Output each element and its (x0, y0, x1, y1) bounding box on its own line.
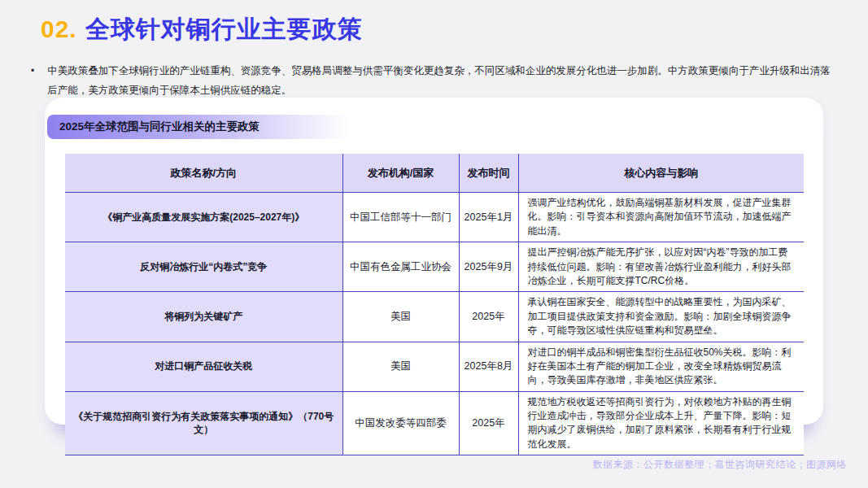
policy-date-cell: 2025年 (459, 292, 518, 342)
slide: 02. 全球针对铜行业主要政策 • 中美政策叠加下全球铜行业的产业链重构、资源竞… (0, 0, 868, 488)
policy-table: 政策名称/方向 发布机构/国家 发布时间 核心内容与影响 《铜产业高质量发展实施… (65, 154, 804, 455)
intro-text: 中美政策叠加下全球铜行业的产业链重构、资源竞争、贸易格局调整与供需平衡变化更趋复… (47, 62, 836, 101)
table-title-badge: 2025年全球范围与同行业相关的主要政策 (47, 115, 365, 139)
policy-org-cell: 美国 (342, 292, 459, 342)
policy-table-body: 《铜产业高质量发展实施方案(2025–2027年)》中国工信部等十一部门2025… (65, 193, 804, 455)
policy-name-cell: 《铜产业高质量发展实施方案(2025–2027年)》 (65, 193, 342, 242)
policy-name-cell: 将铜列为关键矿产 (65, 292, 342, 342)
table-row: 《关于规范招商引资行为有关政策落实事项的通知》（770号文）中国发改委等四部委2… (65, 391, 804, 455)
section-title: 全球针对铜行业主要政策 (85, 13, 363, 46)
table-row: 将铜列为关键矿产美国2025年承认铜在国家安全、能源转型中的战略重要性，为国内采… (65, 292, 804, 342)
policy-date-cell: 2025年1月 (459, 193, 518, 242)
policy-org-cell: 中国发改委等四部委 (342, 391, 459, 455)
policy-name-cell: 反对铜冶炼行业“内卷式”竞争 (65, 242, 342, 292)
bullet-glyph: • (31, 62, 34, 101)
page-title: 02. 全球针对铜行业主要政策 (41, 13, 363, 46)
policy-org-cell: 中国工信部等十一部门 (342, 193, 459, 242)
table-row: 《铜产业高质量发展实施方案(2025–2027年)》中国工信部等十一部门2025… (65, 193, 804, 242)
content-card: 2025年全球范围与同行业相关的主要政策 政策名称/方向 发布机构/国家 发布时… (45, 98, 823, 425)
policy-date-cell: 2025年9月 (459, 242, 518, 292)
policy-org-cell: 美国 (342, 342, 459, 391)
policy-impact-cell: 提出严控铜冶炼产能无序扩张，以应对因“内卷”导致的加工费持续低位问题。影响：有望… (518, 242, 804, 292)
header-row: 政策名称/方向 发布机构/国家 发布时间 核心内容与影响 (65, 154, 804, 193)
policy-impact-cell: 规范地方税收返还等招商引资行为，对依赖地方补贴的再生铜行业造成冲击，导致部分企业… (518, 391, 804, 455)
column-header-impact: 核心内容与影响 (518, 154, 804, 193)
column-header-org: 发布机构/国家 (342, 154, 459, 193)
policy-impact-cell: 对进口的铜半成品和铜密集型衍生品征收50%关税。影响：利好在美国本土有产能的铜加… (518, 342, 804, 391)
intro-paragraph: • 中美政策叠加下全球铜行业的产业链重构、资源竞争、贸易格局调整与供需平衡变化更… (31, 62, 836, 101)
policy-name-cell: 《关于规范招商引资行为有关政策落实事项的通知》（770号文） (65, 391, 342, 455)
policy-impact-cell: 承认铜在国家安全、能源转型中的战略重要性，为国内采矿、加工项目提供政策支持和资金… (518, 292, 804, 342)
policy-org-cell: 中国有色金属工业协会 (342, 242, 459, 292)
data-source-note: 数据来源：公开数据整理；嘉世咨询研究结论；图源网络 (593, 458, 848, 472)
policy-table-header: 政策名称/方向 发布机构/国家 发布时间 核心内容与影响 (65, 154, 804, 193)
section-number: 02. (41, 15, 77, 43)
policy-date-cell: 2025年8月 (459, 342, 518, 391)
table-row: 对进口铜产品征收关税美国2025年8月对进口的铜半成品和铜密集型衍生品征收50%… (65, 342, 804, 391)
column-header-policy-name: 政策名称/方向 (65, 154, 342, 193)
policy-date-cell: 2025年 (459, 391, 518, 455)
policy-name-cell: 对进口铜产品征收关税 (65, 342, 342, 391)
column-header-date: 发布时间 (459, 154, 518, 193)
policy-impact-cell: 强调产业结构优化，鼓励高端铜基新材料发展，促进产业集群化。影响：引导资本和资源向… (518, 193, 804, 242)
table-row: 反对铜冶炼行业“内卷式”竞争中国有色金属工业协会2025年9月提出严控铜冶炼产能… (65, 242, 804, 292)
